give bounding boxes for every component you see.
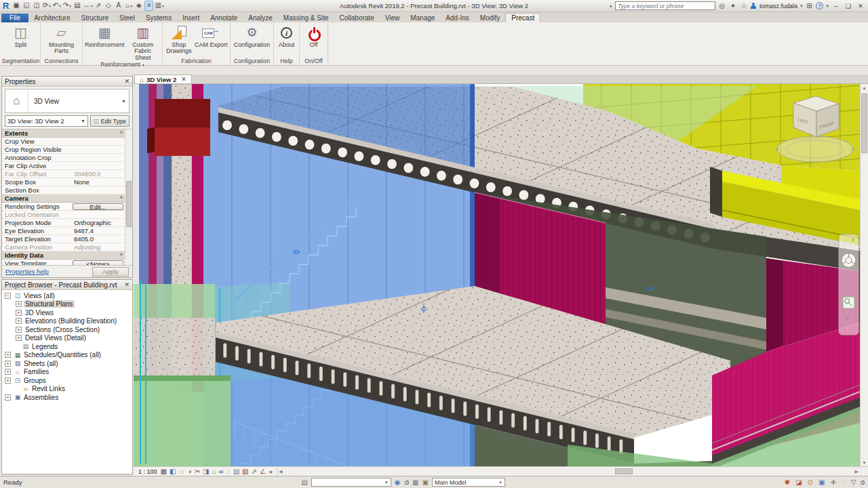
- view-tab-close-icon[interactable]: ✕: [181, 76, 186, 83]
- ribbon-tab[interactable]: Steel: [114, 14, 140, 22]
- horizontal-scrollbar[interactable]: ◀ ▶: [277, 468, 860, 476]
- tree-item[interactable]: ∞ Revit Links: [2, 385, 132, 394]
- split-button[interactable]: ◫ Split: [14, 24, 27, 48]
- aligned-dimension-icon[interactable]: ⇗: [94, 1, 102, 11]
- edit-type-button[interactable]: ◫ Edit Type: [90, 115, 130, 127]
- revit-logo[interactable]: R: [3, 1, 9, 12]
- favorites-star-icon[interactable]: ☆: [740, 2, 748, 9]
- save-icon[interactable]: ◫: [32, 1, 41, 11]
- app-store-cart-icon[interactable]: ⊞: [805, 2, 813, 9]
- property-row[interactable]: Target Elevation 8405.0: [2, 235, 132, 243]
- tree-item[interactable]: + Elevations (Building Elevation): [2, 317, 132, 326]
- tree-expander[interactable]: +: [16, 327, 22, 333]
- tree-item[interactable]: + ◳ Groups: [2, 376, 132, 385]
- crop-view-icon[interactable]: ✂: [195, 468, 200, 475]
- design-options-icon[interactable]: ▦: [412, 479, 418, 486]
- displacement-icon[interactable]: ⇗: [252, 468, 257, 475]
- tree-item[interactable]: + ▣ Assemblies: [2, 393, 132, 402]
- user-avatar-icon[interactable]: [751, 3, 757, 9]
- property-row[interactable]: Identity Data: [2, 251, 132, 260]
- property-row[interactable]: Section Box: [2, 186, 132, 195]
- search-input[interactable]: [615, 1, 715, 10]
- property-row[interactable]: Extents: [2, 129, 132, 138]
- tree-item[interactable]: + 3D Views: [2, 308, 132, 317]
- model-viewport[interactable]: LEFT FRONT ✕ ▾: [134, 84, 860, 466]
- workset-selector[interactable]: ▼: [311, 478, 391, 487]
- tree-expander[interactable]: +: [16, 301, 22, 307]
- crop-region-icon[interactable]: ◨: [203, 468, 209, 475]
- tree-item[interactable]: + ▦ Schedules/Quantities (all): [2, 351, 132, 360]
- zoom-tool-icon[interactable]: [843, 297, 854, 308]
- tree-item[interactable]: + Structural Plans: [2, 300, 132, 309]
- redo-icon[interactable]: ↷: [62, 1, 71, 11]
- ribbon-tab[interactable]: Massing & Site: [278, 14, 334, 22]
- filter-icon[interactable]: ▽: [851, 479, 856, 486]
- sync-icon[interactable]: ⟳: [42, 1, 51, 11]
- tree-item[interactable]: − ◫ Views (all): [2, 291, 132, 300]
- undo-icon[interactable]: ↶: [52, 1, 61, 11]
- text-icon[interactable]: A: [114, 1, 123, 11]
- tree-expander[interactable]: +: [16, 335, 22, 341]
- ribbon-tab[interactable]: Manage: [405, 14, 440, 22]
- tree-item[interactable]: + ⌂ Families: [2, 368, 132, 377]
- view-tab-3d-view-2[interactable]: ⌂ 3D View 2 ✕: [134, 75, 192, 83]
- property-row[interactable]: Eye Elevation 9487.4: [2, 227, 132, 235]
- temporary-hide-isolate-icon[interactable]: ∞: [219, 468, 224, 475]
- mounting-parts-button[interactable]: ▱ Mounting Parts: [43, 24, 80, 55]
- vertical-scrollbar[interactable]: ▲ ▼: [860, 84, 868, 466]
- navbar-close-icon[interactable]: ✕: [851, 238, 854, 242]
- horizontal-scroll-thumb[interactable]: [615, 468, 633, 474]
- configuration-button[interactable]: ⚙ Configuration: [234, 24, 271, 48]
- tag-icon[interactable]: ◇: [104, 1, 113, 11]
- username[interactable]: tomasz.fudala: [760, 3, 797, 9]
- search-collapse-icon[interactable]: ▸: [610, 3, 612, 9]
- active-option-icon[interactable]: ▣: [422, 479, 428, 486]
- property-row[interactable]: Locked Orientation: [2, 211, 132, 219]
- worksharing-display-icon[interactable]: ✱: [785, 479, 790, 486]
- tree-item[interactable]: + ▧ Sheets (all): [2, 359, 132, 368]
- scroll-left-icon[interactable]: ◀: [279, 468, 282, 476]
- tree-item[interactable]: ▤ Legends: [2, 342, 132, 351]
- property-row[interactable]: Scope Box None: [2, 178, 132, 186]
- cam-export-button[interactable]: CAM→ CAM Export: [195, 24, 228, 48]
- tree-item[interactable]: + Detail Views (Detail): [2, 334, 132, 343]
- custom-fabric-sheet-button[interactable]: ▥ Custom Fabric Sheet: [126, 24, 160, 61]
- user-menu-caret-icon[interactable]: ▾: [800, 3, 803, 9]
- close-button[interactable]: ✕: [856, 3, 865, 9]
- type-selector[interactable]: ⌂ 3D View ▼: [5, 89, 130, 113]
- reveal-constraints-icon[interactable]: ∠: [260, 468, 266, 475]
- switch-windows-icon[interactable]: ▥: [155, 1, 163, 11]
- thin-lines-icon[interactable]: ≡: [144, 1, 153, 11]
- scroll-right-icon[interactable]: ▶: [855, 468, 859, 476]
- property-row[interactable]: Camera: [2, 195, 132, 203]
- scroll-down-icon[interactable]: ▼: [861, 459, 868, 466]
- ribbon-tab[interactable]: View: [380, 14, 406, 22]
- properties-header[interactable]: Properties ✕: [2, 77, 132, 87]
- ribbon-tab[interactable]: Structure: [75, 14, 114, 22]
- scroll-up-icon[interactable]: ▲: [861, 84, 868, 92]
- measure-icon[interactable]: ↔: [83, 1, 92, 11]
- reinforcement-button[interactable]: ▦ Reinforcement: [85, 24, 125, 48]
- ribbon-tab[interactable]: File: [1, 14, 28, 22]
- shadows-icon[interactable]: ◑: [188, 468, 192, 475]
- minimize-button[interactable]: –: [831, 3, 841, 9]
- property-row[interactable]: Far Clip Active: [2, 162, 132, 170]
- lock-3d-view-icon[interactable]: ⌂: [212, 468, 216, 475]
- search-binoculars-icon[interactable]: ◎: [718, 2, 726, 9]
- property-row[interactable]: Rendering Settings Edit...: [2, 203, 132, 211]
- tree-expander[interactable]: +: [5, 361, 11, 367]
- apply-button[interactable]: Apply: [92, 267, 129, 277]
- ribbon-tab[interactable]: Systems: [140, 14, 177, 22]
- maroon-beam[interactable]: [155, 99, 210, 129]
- off-button[interactable]: Off: [307, 24, 321, 48]
- help-icon[interactable]: ?: [816, 2, 823, 9]
- property-row[interactable]: View Template <None>: [2, 260, 132, 265]
- help-caret-icon[interactable]: ▾: [826, 3, 829, 9]
- ribbon-tab[interactable]: Insert: [177, 14, 205, 22]
- tree-expander[interactable]: +: [5, 378, 11, 384]
- sun-path-icon[interactable]: ☼: [178, 468, 184, 475]
- ribbon-tab[interactable]: Add-Ins: [440, 14, 474, 22]
- design-option-selector[interactable]: Main Model▼: [432, 478, 505, 487]
- tree-expander[interactable]: +: [5, 352, 11, 358]
- property-row[interactable]: Projection Mode Orthographic: [2, 219, 132, 227]
